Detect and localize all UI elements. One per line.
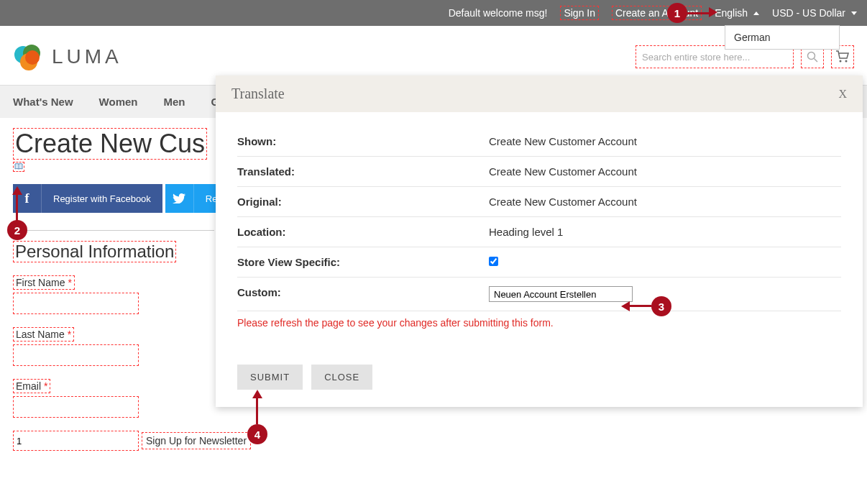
row-shown: Shown: Create New Customer Account [237,127,841,157]
first-name-input[interactable] [13,293,139,314]
annotation-arrow-3 [630,305,651,307]
location-label: Location: [237,226,489,238]
first-name-label: First Name* [13,275,75,290]
email-input[interactable] [13,396,139,418]
close-button[interactable]: CLOSE [311,365,372,390]
page-title: Create New Cus [13,128,207,160]
modal-title: Translate [231,86,285,102]
svg-point-3 [25,50,40,65]
annotation-arrow-4 [256,398,258,424]
annotation-arrow-1 [687,12,709,14]
logo-text: LUMA [52,45,122,68]
book-icon [14,163,23,170]
sign-in-link[interactable]: Sign In [560,6,599,20]
annotation-arrowhead-1 [709,7,717,17]
cart-icon [835,50,850,63]
svg-point-4 [808,52,815,60]
divider [13,230,214,231]
facebook-register-button[interactable]: f Register with Facebook [13,184,162,213]
newsletter-row: Sign Up for Newsletter [13,431,854,451]
search-icon [807,51,818,63]
annotation-arrow-2 [16,195,18,221]
newsletter-label: Sign Up for Newsletter [142,432,251,449]
custom-input[interactable] [489,286,633,302]
original-value: Create New Customer Account [489,196,841,208]
twitter-icon [165,184,194,213]
translate-inline-icon[interactable] [13,162,24,172]
translate-modal: Translate X Shown: Create New Customer A… [216,75,863,407]
section-title: Personal Information [13,241,176,262]
language-option-german[interactable]: German [725,26,839,49]
shown-label: Shown: [237,135,489,147]
custom-label: Custom: [237,286,489,302]
welcome-message: Default welcome msg! [449,7,548,19]
annotation-marker-4: 4 [247,424,267,444]
search-placeholder: Search entire store here... [642,52,750,63]
row-translated: Translated: Create New Customer Account [237,157,841,187]
row-custom: Custom: [237,278,841,311]
top-header-bar: Default welcome msg! Sign In Create an A… [0,0,867,26]
language-switcher[interactable]: English [715,7,759,19]
modal-close-x[interactable]: X [838,88,847,101]
translated-value: Create New Customer Account [489,165,841,178]
store-view-checkbox[interactable] [489,257,498,266]
nav-women[interactable]: Women [99,96,138,108]
currency-switcher[interactable]: USD - US Dollar [772,7,857,19]
modal-body: Shown: Create New Customer Account Trans… [216,112,863,365]
language-dropdown: German [725,25,840,50]
store-view-label: Store View Specific: [237,256,489,268]
row-original: Original: Create New Customer Account [237,187,841,217]
svg-line-5 [815,59,818,63]
last-name-label: Last Name* [13,327,74,342]
location-value: Heading level 1 [489,226,841,238]
original-label: Original: [237,196,489,208]
modal-header: Translate X [216,75,863,112]
modal-footer: SUBMIT CLOSE [216,365,863,407]
email-label: Email* [13,379,50,393]
annotation-marker-2: 2 [7,220,27,240]
row-store-view: Store View Specific: [237,247,841,278]
svg-point-6 [840,60,842,63]
row-location: Location: Heading level 1 [237,217,841,247]
svg-point-7 [845,60,848,63]
annotation-marker-1: 1 [667,3,687,23]
facebook-label: Register with Facebook [42,193,162,204]
nav-men[interactable]: Men [163,96,185,108]
last-name-input[interactable] [13,344,139,366]
logo[interactable]: LUMA [13,42,122,72]
nav-whats-new[interactable]: What's New [13,96,73,108]
annotation-marker-3: 3 [651,296,671,316]
modal-warning: Please refresh the page to see your chan… [237,317,841,329]
translated-label: Translated: [237,165,489,178]
logo-icon [13,42,43,72]
shown-value: Create New Customer Account [489,135,841,147]
newsletter-input[interactable] [13,431,139,451]
submit-button[interactable]: SUBMIT [237,365,303,390]
store-view-value [489,256,841,268]
